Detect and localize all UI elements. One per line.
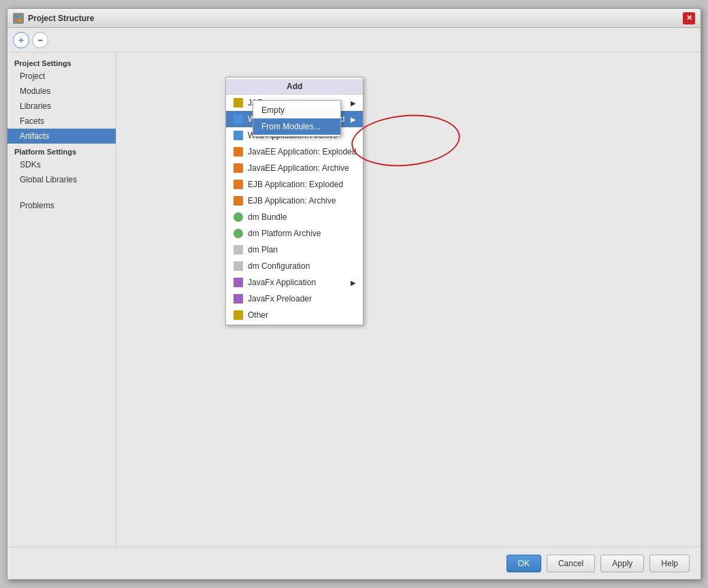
javafx-app-icon	[233, 277, 244, 288]
dm-plan-icon	[233, 244, 244, 255]
dropdown-item-dm-bundle[interactable]: dm Bundle	[226, 209, 363, 225]
sidebar-item-sdks[interactable]: SDKs	[7, 157, 116, 172]
dropdown-item-other[interactable]: Other	[226, 307, 363, 323]
javaee-archive-icon	[233, 163, 244, 174]
content-area: Add JAR ▶ Web Application: Exploded ▶	[116, 52, 701, 546]
svg-rect-1	[19, 15, 22, 18]
annotation-oval	[349, 110, 462, 171]
help-button[interactable]: Help	[649, 555, 690, 572]
sidebar-item-problems[interactable]: Problems	[7, 198, 116, 213]
jar-icon	[233, 97, 244, 108]
sidebar-item-libraries[interactable]: Libraries	[7, 99, 116, 114]
web-archive-icon	[233, 130, 244, 141]
dropdown-item-javafx-preloader[interactable]: JavaFx Preloader	[226, 291, 363, 307]
project-structure-window: Project Structure ✕ + − Project Settings…	[7, 8, 701, 580]
dropdown-item-dm-platform-archive[interactable]: dm Platform Archive	[226, 225, 363, 242]
window-title: Project Structure	[28, 14, 683, 23]
ejb-archive-icon	[233, 195, 244, 206]
sidebar-item-global-libraries[interactable]: Global Libraries	[7, 172, 116, 187]
javafx-preloader-icon	[233, 293, 244, 304]
submenu-item-from-modules[interactable]: From Modules...	[253, 118, 340, 135]
title-bar: Project Structure ✕	[7, 9, 701, 28]
sidebar-item-project[interactable]: Project	[7, 69, 116, 84]
sidebar-item-facets[interactable]: Facets	[7, 114, 116, 129]
apply-button[interactable]: Apply	[600, 555, 644, 572]
sidebar-item-modules[interactable]: Modules	[7, 84, 116, 99]
web-exploded-icon	[233, 114, 244, 125]
dm-platform-icon	[233, 228, 244, 239]
javaee-exploded-icon	[233, 146, 244, 157]
dropdown-item-dm-plan[interactable]: dm Plan	[226, 242, 363, 258]
svg-rect-3	[19, 19, 22, 22]
window-icon	[13, 13, 24, 24]
close-button[interactable]: ✕	[683, 12, 695, 24]
dm-bundle-icon	[233, 212, 244, 223]
svg-rect-2	[15, 19, 18, 22]
main-content: Project Settings Project Modules Librari…	[7, 52, 701, 546]
dropdown-item-javafx-app[interactable]: JavaFx Application ▶	[226, 274, 363, 291]
dm-config-icon	[233, 261, 244, 272]
dropdown-item-dm-config[interactable]: dm Configuration	[226, 258, 363, 274]
svg-rect-0	[15, 15, 18, 18]
ok-button[interactable]: OK	[506, 555, 541, 572]
bottom-bar: OK Cancel Apply Help	[7, 546, 701, 579]
dropdown-item-ejb-archive[interactable]: EJB Application: Archive	[226, 193, 363, 209]
dropdown-item-ejb-exploded[interactable]: EJB Application: Exploded	[226, 176, 363, 193]
cancel-button[interactable]: Cancel	[547, 555, 595, 572]
sidebar: Project Settings Project Modules Librari…	[7, 52, 116, 546]
sidebar-item-artifacts[interactable]: Artifacts	[7, 129, 116, 144]
remove-button[interactable]: −	[32, 32, 48, 48]
dropdown-item-javaee-exploded[interactable]: JavaEE Application: Exploded	[226, 144, 363, 160]
submenu: Empty From Modules...	[253, 100, 341, 137]
other-icon	[233, 310, 244, 321]
platform-settings-header: Platform Settings	[7, 144, 116, 157]
dropdown-header: Add	[226, 79, 363, 95]
dropdown-item-javaee-archive[interactable]: JavaEE Application: Archive	[226, 160, 363, 176]
submenu-item-empty[interactable]: Empty	[253, 102, 340, 118]
add-button[interactable]: +	[13, 32, 29, 48]
ejb-exploded-icon	[233, 179, 244, 190]
project-settings-header: Project Settings	[7, 55, 116, 69]
toolbar: + −	[7, 28, 701, 52]
